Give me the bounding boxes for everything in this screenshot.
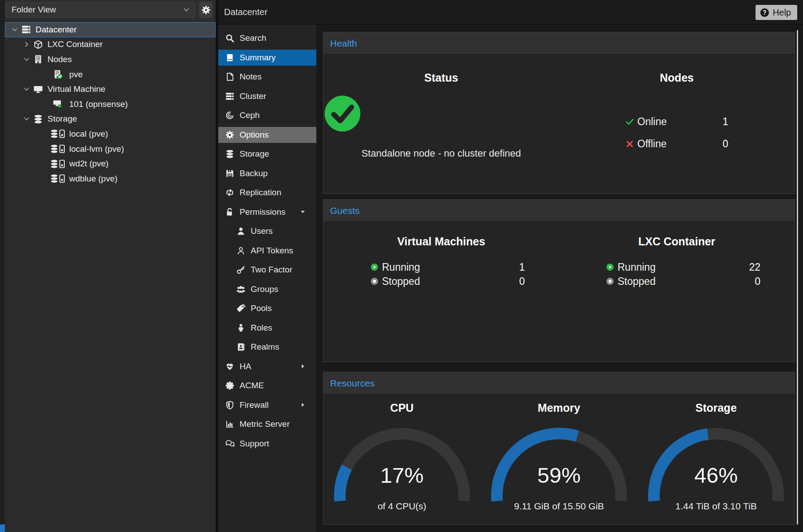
- menu-item-realms[interactable]: Realms: [218, 339, 316, 355]
- menu-item-label: Firewall: [240, 400, 268, 410]
- nodes-table: Online1Offline0: [626, 110, 728, 155]
- vertical-scrollbar[interactable]: [797, 30, 798, 524]
- key-icon: [236, 265, 246, 274]
- search-icon: [225, 34, 235, 43]
- guest-state-value: 22: [749, 261, 760, 273]
- tree-settings-button[interactable]: [199, 2, 213, 18]
- play-icon: [370, 263, 378, 271]
- proxmox-datacenter-screen: { "app": { "title": "Datacenter", "help"…: [0, 0, 803, 532]
- guest-state-label: Stopped: [618, 276, 755, 288]
- guests-table: Running1Stopped0: [370, 260, 525, 288]
- gauge-storage: 46%: [647, 423, 785, 507]
- health-status-column: Status Standalone node - no cluster defi…: [323, 71, 559, 159]
- menu-item-acme[interactable]: ACME: [218, 378, 316, 394]
- health-panel: Health Status Standalone node - no clust…: [323, 32, 795, 194]
- tree-item-label: Virtual Machine: [47, 84, 106, 94]
- tree-expander-placeholder: [41, 130, 48, 138]
- tree-item-datacenter[interactable]: Datacenter: [5, 22, 216, 37]
- menu-item-groups[interactable]: Groups: [218, 281, 316, 297]
- chevron-right-icon[interactable]: [23, 41, 30, 48]
- tree-expander-placeholder: [41, 160, 48, 167]
- heartbeat-icon: [225, 362, 235, 371]
- tree-item-storage[interactable]: Storage: [5, 112, 216, 127]
- svg-text:?: ?: [763, 9, 766, 16]
- health-panel-title: Health: [323, 32, 795, 55]
- resources-body: CPU 17%of 4 CPU(s)Memory 59%9.11 GiB of …: [323, 394, 795, 512]
- guests-body: Virtual MachinesRunning1Stopped0LXC Cont…: [323, 222, 795, 288]
- menu-item-two-factor[interactable]: Two Factor: [218, 262, 316, 278]
- tree-item-101-opnsense[interactable]: 101 (opnsense): [5, 97, 216, 112]
- menu-item-support[interactable]: Support: [218, 436, 316, 452]
- guest-state-row: Stopped0: [370, 274, 525, 288]
- chevron-down-icon[interactable]: [23, 115, 30, 122]
- menu-item-pools[interactable]: Pools: [218, 300, 316, 316]
- tree-toolbar: Folder View: [5, 0, 216, 20]
- tree-expander-placeholder: [41, 71, 48, 78]
- building-icon: [33, 55, 43, 64]
- tree-item-wdblue-pve[interactable]: wdblue (pve): [5, 171, 216, 186]
- guest-state-value: 0: [519, 276, 525, 288]
- address-book-icon: [236, 343, 246, 351]
- menu-item-search[interactable]: Search: [218, 30, 316, 46]
- guest-state-row: Running22: [606, 260, 760, 274]
- tree-item-lxc-container[interactable]: LXC Container: [5, 37, 216, 52]
- guests-table: Running22Stopped0: [606, 260, 760, 288]
- page-title: Datacenter: [224, 7, 268, 17]
- view-mode-select[interactable]: Folder View: [5, 2, 195, 17]
- unlock-icon: [225, 208, 235, 217]
- cross-icon: [626, 140, 634, 148]
- tree-expander-placeholder: [41, 175, 48, 182]
- menu-item-ceph[interactable]: Ceph: [218, 107, 316, 123]
- summary-content: Health Status Standalone node - no clust…: [316, 24, 803, 532]
- resource-heading: CPU: [323, 401, 480, 415]
- menu-item-metric-server[interactable]: Metric Server: [218, 416, 316, 432]
- tree-item-local-pve[interactable]: local (pve): [5, 126, 216, 142]
- shield-icon: [225, 401, 235, 410]
- gauge-percent: 59%: [490, 463, 628, 488]
- guest-state-row: Stopped0: [606, 274, 760, 288]
- gear-icon: [201, 5, 211, 15]
- nodes-heading: Nodes: [559, 71, 795, 85]
- menu-item-users[interactable]: Users: [218, 223, 316, 239]
- menu-item-permissions[interactable]: Permissions: [218, 204, 316, 220]
- gauge-cpu: 17%: [333, 423, 471, 507]
- retweet-icon: [225, 188, 235, 197]
- menu-item-firewall[interactable]: Firewall: [218, 397, 316, 413]
- guests-column-lxc-container: LXC ContainerRunning22Stopped0: [559, 234, 795, 288]
- chevron-down-icon[interactable]: [11, 26, 18, 33]
- tree-item-local-lvm-pve[interactable]: local-lvm (pve): [5, 142, 216, 157]
- db-drive-icon: [51, 129, 65, 138]
- db-drive-icon: [51, 174, 65, 183]
- tree-item-nodes[interactable]: Nodes: [5, 52, 216, 67]
- help-button[interactable]: ? Help: [756, 5, 797, 20]
- chevron-down-icon[interactable]: [23, 56, 30, 63]
- menu-item-cluster[interactable]: Cluster: [218, 88, 316, 104]
- tree-item-label: LXC Container: [47, 39, 103, 49]
- menu-item-storage[interactable]: Storage: [218, 146, 316, 162]
- menu-item-roles[interactable]: Roles: [218, 320, 316, 336]
- cube-icon: [33, 40, 43, 49]
- menu-item-backup[interactable]: Backup: [218, 166, 316, 181]
- chevron-down-icon[interactable]: [23, 86, 30, 93]
- tree-item-virtual-machine[interactable]: Virtual Machine: [5, 82, 216, 97]
- seal-icon: [225, 381, 235, 390]
- tree-item-pve[interactable]: pve: [5, 67, 216, 82]
- chart-icon: [225, 420, 235, 429]
- menu-item-ha[interactable]: HA: [218, 359, 316, 374]
- menu-item-api-tokens[interactable]: API Tokens: [218, 243, 316, 259]
- gauge-percent: 46%: [647, 463, 785, 488]
- menu-item-options[interactable]: Options: [218, 127, 316, 143]
- menu-item-replication[interactable]: Replication: [218, 185, 316, 201]
- database-icon: [225, 150, 235, 158]
- caret-right-icon: [300, 402, 306, 408]
- menu-item-label: HA: [240, 362, 251, 371]
- chevron-down-icon: [182, 6, 190, 14]
- guest-state-row: Running1: [370, 260, 525, 274]
- tree-item-wd2t-pve[interactable]: wd2t (pve): [5, 156, 216, 171]
- menu-item-notes[interactable]: Notes: [218, 69, 316, 85]
- resource-column-cpu: CPU 17%of 4 CPU(s): [323, 401, 480, 512]
- tags-icon: [236, 304, 246, 313]
- menu-item-summary[interactable]: Summary: [218, 50, 316, 66]
- menu-item-label: Summary: [240, 53, 276, 63]
- server-icon: [225, 92, 235, 101]
